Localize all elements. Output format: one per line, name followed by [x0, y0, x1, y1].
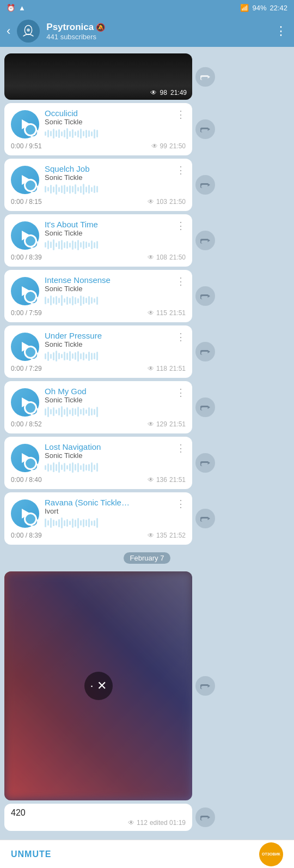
- audio-duration-intense-nonsense: 0:00 / 7:59: [11, 309, 42, 317]
- audio-artist-squelch-job: Sonic Tickle: [45, 173, 170, 182]
- play-button-occulicid[interactable]: [11, 110, 39, 138]
- audio-meta-ravana: 👁13521:52: [148, 532, 186, 539]
- forward-button-under-pressure[interactable]: [195, 342, 215, 361]
- date-separator: February 7: [4, 552, 290, 564]
- message-row-ravana: Ravana (Sonic Tickle… Ivort ⋮ 0:00 / 8:3…: [4, 492, 290, 545]
- play-button-lost-navigation[interactable]: [11, 444, 39, 472]
- audio-title-intense-nonsense: Intense Nonsense: [45, 275, 170, 285]
- audio-artist-ravana: Ivort: [45, 507, 170, 515]
- audio-title-occulicid: Occulicid: [45, 108, 170, 118]
- play-button-intense-nonsense[interactable]: [11, 277, 39, 305]
- audio-card-under-pressure: Under Pressure Sonic Tickle ⋮ 0:00 / 7:2…: [4, 326, 192, 378]
- audio-artist-intense-nonsense: Sonic Tickle: [45, 285, 170, 293]
- chat-background: 👁 98 21:49: [0, 47, 294, 868]
- audio-title-under-pressure: Under Pressure: [45, 331, 170, 340]
- mute-icon: 🔕: [96, 23, 105, 32]
- audio-duration-ravana: 0:00 / 8:39: [11, 532, 42, 539]
- forward-button-oh-my-god[interactable]: [195, 397, 215, 417]
- message-row-oh-my-god: Oh My God Sonic Tickle ⋮ 0:00 / 8:52 👁12…: [4, 381, 290, 433]
- message-row-image: · ✕: [4, 571, 290, 800]
- text-views: 112: [137, 819, 148, 827]
- text-meta: 👁 112 edited 01:19: [11, 819, 186, 827]
- bottom-bar: UNMUTE ОТЗОВИК: [0, 840, 294, 868]
- message-row-text: 420 👁 112 edited 01:19: [4, 804, 290, 831]
- message-row-first: 👁 98 21:49: [4, 53, 290, 100]
- status-bar: ⏰ ▲ 📶 94% 22:42: [0, 0, 294, 15]
- forward-button-first[interactable]: [195, 67, 215, 87]
- audio-info-intense-nonsense: Intense Nonsense Sonic Tickle: [45, 275, 170, 307]
- audio-artist-its-about-time: Sonic Tickle: [45, 229, 170, 237]
- first-card: 👁 98 21:49: [4, 53, 192, 100]
- forward-button-intense-nonsense[interactable]: [195, 286, 215, 306]
- message-row-squelch-job: Squelch Job Sonic Tickle ⋮ 0:00 / 8:15 👁…: [4, 159, 290, 211]
- forward-button-ravana[interactable]: [195, 509, 215, 528]
- play-button-ravana[interactable]: [11, 499, 39, 528]
- audio-artist-oh-my-god: Sonic Tickle: [45, 396, 170, 404]
- audio-info-its-about-time: It's About Time Sonic Tickle: [45, 220, 170, 251]
- close-image-button[interactable]: · ✕: [84, 672, 113, 700]
- more-button-its-about-time[interactable]: ⋮: [176, 220, 186, 232]
- audio-title-lost-navigation: Lost Navigation: [45, 442, 170, 451]
- more-menu-button[interactable]: ⋮: [275, 24, 287, 38]
- alarm-icon: ⏰: [7, 4, 15, 12]
- play-button-under-pressure[interactable]: [11, 333, 39, 361]
- play-button-its-about-time[interactable]: [11, 221, 39, 250]
- forward-button-text[interactable]: [195, 807, 215, 827]
- audio-meta-its-about-time: 👁10821:50: [148, 254, 186, 261]
- more-button-oh-my-god[interactable]: ⋮: [176, 387, 186, 399]
- audio-card-oh-my-god: Oh My God Sonic Tickle ⋮ 0:00 / 8:52 👁12…: [4, 381, 192, 433]
- forward-button-lost-navigation[interactable]: [195, 453, 215, 473]
- header: ‹ Psytronica 🔕 441 subscribers ⋮: [0, 15, 294, 47]
- audio-duration-its-about-time: 0:00 / 8:39: [11, 254, 42, 261]
- message-row-under-pressure: Under Pressure Sonic Tickle ⋮ 0:00 / 7:2…: [4, 326, 290, 378]
- clock: 22:42: [270, 4, 287, 12]
- audio-title-its-about-time: It's About Time: [45, 220, 170, 229]
- first-card-views: 98: [160, 89, 167, 97]
- more-button-under-pressure[interactable]: ⋮: [176, 331, 186, 343]
- play-button-squelch-job[interactable]: [11, 166, 39, 194]
- audio-duration-under-pressure: 0:00 / 7:29: [11, 365, 42, 372]
- more-button-squelch-job[interactable]: ⋮: [176, 164, 186, 176]
- audio-meta-oh-my-god: 👁12921:51: [148, 420, 186, 428]
- forward-button-squelch-job[interactable]: [195, 175, 215, 195]
- audio-info-lost-navigation: Lost Navigation Sonic Tickle: [45, 442, 170, 474]
- message-row-lost-navigation: Lost Navigation Sonic Tickle ⋮ 0:00 / 8:…: [4, 437, 290, 489]
- more-button-occulicid[interactable]: ⋮: [176, 108, 186, 120]
- channel-subtitle: 441 subscribers: [46, 33, 268, 41]
- otzovik-logo: ОТЗОВИК: [259, 842, 283, 866]
- audio-info-oh-my-god: Oh My God Sonic Tickle: [45, 387, 170, 418]
- channel-info: Psytronica 🔕 441 subscribers: [46, 22, 268, 41]
- message-row-occulicid: Occulicid Sonic Tickle ⋮ 0:00 / 9:51 👁99…: [4, 103, 290, 155]
- audio-meta-under-pressure: 👁11821:51: [148, 365, 186, 372]
- more-button-intense-nonsense[interactable]: ⋮: [176, 275, 186, 287]
- audio-meta-occulicid: 👁9921:50: [151, 142, 186, 150]
- audio-card-ravana: Ravana (Sonic Tickle… Ivort ⋮ 0:00 / 8:3…: [4, 492, 192, 545]
- signal-icon: 📶: [240, 4, 249, 12]
- audio-duration-occulicid: 0:00 / 9:51: [11, 142, 42, 150]
- image-card[interactable]: · ✕: [4, 571, 192, 800]
- play-button-oh-my-god[interactable]: [11, 388, 39, 417]
- edited-tag: edited 01:19: [150, 819, 186, 827]
- forward-button-image[interactable]: [195, 676, 215, 696]
- audio-artist-under-pressure: Sonic Tickle: [45, 340, 170, 348]
- audio-title-ravana: Ravana (Sonic Tickle…: [45, 498, 170, 507]
- wifi-icon: ▲: [19, 4, 26, 12]
- forward-button-occulicid[interactable]: [195, 119, 215, 139]
- back-button[interactable]: ‹: [7, 24, 10, 38]
- audio-info-occulicid: Occulicid Sonic Tickle: [45, 108, 170, 140]
- audio-title-oh-my-god: Oh My God: [45, 387, 170, 396]
- message-row-intense-nonsense: Intense Nonsense Sonic Tickle ⋮ 0:00 / 7…: [4, 270, 290, 322]
- messages-list: 👁 98 21:49: [0, 51, 294, 868]
- audio-meta-lost-navigation: 👁13621:51: [148, 476, 186, 484]
- audio-duration-lost-navigation: 0:00 / 8:40: [11, 476, 42, 484]
- text-card: 420 👁 112 edited 01:19: [4, 804, 192, 831]
- audio-card-squelch-job: Squelch Job Sonic Tickle ⋮ 0:00 / 8:15 👁…: [4, 159, 192, 211]
- forward-button-its-about-time[interactable]: [195, 231, 215, 250]
- audio-title-squelch-job: Squelch Job: [45, 164, 170, 173]
- unmute-button[interactable]: UNMUTE: [11, 849, 51, 859]
- audio-card-lost-navigation: Lost Navigation Sonic Tickle ⋮ 0:00 / 8:…: [4, 437, 192, 489]
- more-button-ravana[interactable]: ⋮: [176, 498, 186, 510]
- channel-avatar[interactable]: [17, 20, 40, 43]
- audio-card-intense-nonsense: Intense Nonsense Sonic Tickle ⋮ 0:00 / 7…: [4, 270, 192, 322]
- more-button-lost-navigation[interactable]: ⋮: [176, 442, 186, 454]
